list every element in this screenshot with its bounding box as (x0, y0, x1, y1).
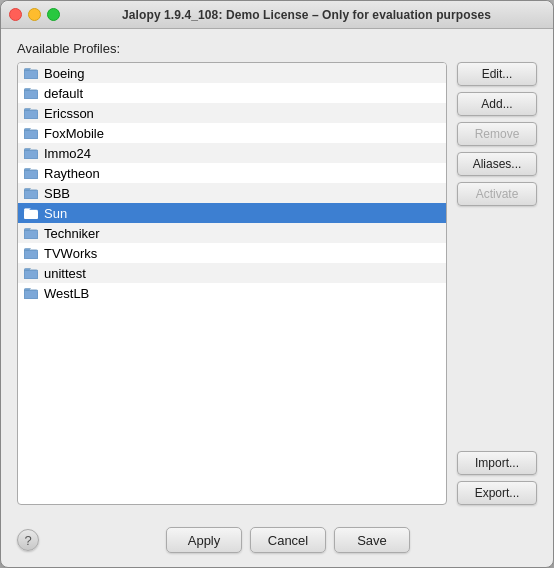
svg-rect-2 (24, 110, 38, 119)
profile-name: default (44, 86, 83, 101)
profile-list[interactable]: Boeing default Ericsson FoxMobile Immo24… (18, 63, 446, 504)
list-item[interactable]: default (18, 83, 446, 103)
profile-name: Boeing (44, 66, 84, 81)
profile-name: Ericsson (44, 106, 94, 121)
folder-icon (24, 286, 40, 300)
bottom-bar: ? Apply Cancel Save (1, 517, 553, 567)
folder-icon (24, 66, 40, 80)
svg-rect-0 (24, 70, 38, 79)
save-button[interactable]: Save (334, 527, 410, 553)
list-item[interactable]: Techniker (18, 223, 446, 243)
folder-icon (24, 126, 40, 140)
profile-list-container: Boeing default Ericsson FoxMobile Immo24… (17, 62, 447, 505)
svg-rect-3 (24, 130, 38, 139)
profile-name: Raytheon (44, 166, 100, 181)
list-item[interactable]: Immo24 (18, 143, 446, 163)
remove-button[interactable]: Remove (457, 122, 537, 146)
folder-icon (24, 266, 40, 280)
folder-icon (24, 206, 40, 220)
apply-button[interactable]: Apply (166, 527, 242, 553)
profile-name: SBB (44, 186, 70, 201)
traffic-lights (9, 8, 60, 21)
edit-button[interactable]: Edit... (457, 62, 537, 86)
folder-icon (24, 146, 40, 160)
list-item[interactable]: WestLB (18, 283, 446, 303)
main-window: Jalopy 1.9.4_108: Demo License – Only fo… (0, 0, 554, 568)
main-area: Boeing default Ericsson FoxMobile Immo24… (17, 62, 537, 505)
export-button[interactable]: Export... (457, 481, 537, 505)
list-item[interactable]: Sun (18, 203, 446, 223)
spacer (457, 212, 537, 445)
profile-name: Sun (44, 206, 67, 221)
activate-button[interactable]: Activate (457, 182, 537, 206)
folder-icon (24, 86, 40, 100)
list-item[interactable]: TVWorks (18, 243, 446, 263)
profile-name: FoxMobile (44, 126, 104, 141)
aliases-button[interactable]: Aliases... (457, 152, 537, 176)
folder-icon (24, 166, 40, 180)
folder-icon (24, 186, 40, 200)
maximize-button[interactable] (47, 8, 60, 21)
profile-name: Immo24 (44, 146, 91, 161)
list-item[interactable]: Boeing (18, 63, 446, 83)
svg-rect-5 (24, 170, 38, 179)
list-item[interactable]: unittest (18, 263, 446, 283)
help-button[interactable]: ? (17, 529, 39, 551)
available-profiles-label: Available Profiles: (17, 41, 537, 56)
folder-icon (24, 226, 40, 240)
profile-name: Techniker (44, 226, 100, 241)
svg-rect-1 (24, 90, 38, 99)
list-item[interactable]: Raytheon (18, 163, 446, 183)
svg-rect-6 (24, 190, 38, 199)
right-button-group: Edit... Add... Remove Aliases... Activat… (457, 62, 537, 505)
profile-name: TVWorks (44, 246, 97, 261)
folder-icon (24, 246, 40, 260)
content-area: Available Profiles: Boeing default Erics… (1, 29, 553, 517)
svg-rect-8 (24, 230, 38, 239)
list-item[interactable]: FoxMobile (18, 123, 446, 143)
import-button[interactable]: Import... (457, 451, 537, 475)
svg-rect-4 (24, 150, 38, 159)
svg-rect-7 (24, 210, 38, 219)
profile-name: unittest (44, 266, 86, 281)
svg-rect-11 (24, 290, 38, 299)
titlebar: Jalopy 1.9.4_108: Demo License – Only fo… (1, 1, 553, 29)
list-item[interactable]: Ericsson (18, 103, 446, 123)
list-item[interactable]: SBB (18, 183, 446, 203)
bottom-buttons: Apply Cancel Save (39, 527, 537, 553)
svg-rect-9 (24, 250, 38, 259)
cancel-button[interactable]: Cancel (250, 527, 326, 553)
folder-icon (24, 106, 40, 120)
window-title: Jalopy 1.9.4_108: Demo License – Only fo… (68, 8, 545, 22)
minimize-button[interactable] (28, 8, 41, 21)
svg-rect-10 (24, 270, 38, 279)
add-button[interactable]: Add... (457, 92, 537, 116)
close-button[interactable] (9, 8, 22, 21)
profile-name: WestLB (44, 286, 89, 301)
